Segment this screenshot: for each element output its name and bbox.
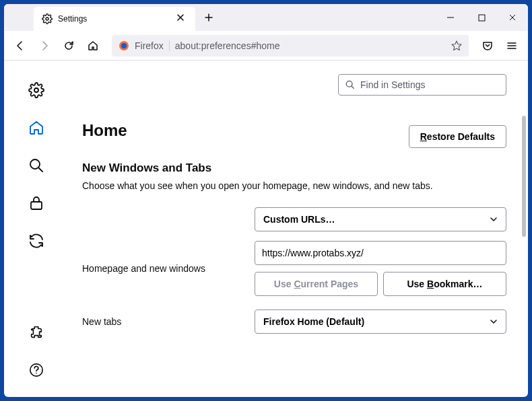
toolbar: Firefox about:preferences#home bbox=[4, 31, 528, 61]
sidebar-home[interactable] bbox=[23, 114, 50, 141]
back-button[interactable] bbox=[9, 35, 31, 57]
firefox-icon bbox=[119, 40, 129, 51]
homepage-select-row: Custom URLs… bbox=[82, 207, 506, 231]
select-value: Firefox Home (Default) bbox=[263, 316, 364, 327]
svg-point-0 bbox=[46, 17, 48, 20]
content-area: Find in Settings Home Restore Defaults N… bbox=[4, 61, 528, 397]
gear-icon bbox=[42, 13, 53, 24]
svg-rect-6 bbox=[31, 202, 42, 209]
sidebar-privacy[interactable] bbox=[23, 190, 50, 217]
svg-point-4 bbox=[34, 88, 38, 92]
section-description: Choose what you see when you open your h… bbox=[82, 180, 506, 191]
svg-rect-1 bbox=[479, 15, 485, 21]
chevron-down-icon bbox=[490, 318, 498, 326]
minimize-button[interactable] bbox=[435, 4, 466, 31]
search-placeholder: Find in Settings bbox=[360, 79, 426, 90]
settings-main: Find in Settings Home Restore Defaults N… bbox=[69, 61, 528, 397]
sidebar-general[interactable] bbox=[23, 77, 50, 104]
sidebar-help[interactable] bbox=[23, 357, 50, 384]
newtabs-label: New tabs bbox=[82, 316, 255, 327]
select-value: Custom URLs… bbox=[263, 214, 335, 225]
scrollbar-thumb[interactable] bbox=[522, 116, 526, 237]
urlbar-brand: Firefox bbox=[135, 40, 164, 51]
newtabs-select[interactable]: Firefox Home (Default) bbox=[255, 309, 506, 334]
svg-point-3 bbox=[121, 43, 127, 48]
bookmark-star-icon[interactable] bbox=[451, 40, 462, 51]
settings-sidebar bbox=[4, 61, 69, 397]
new-tab-button[interactable] bbox=[199, 8, 218, 27]
section-title: New Windows and Tabs bbox=[82, 161, 506, 175]
newtabs-row: New tabs Firefox Home (Default) bbox=[82, 309, 506, 334]
browser-window: Settings Firefox about:preferences#home bbox=[4, 4, 528, 397]
sidebar-sync[interactable] bbox=[23, 227, 50, 254]
sidebar-extensions[interactable] bbox=[23, 319, 50, 346]
use-current-pages-button[interactable]: Use Current Pages bbox=[255, 272, 378, 296]
search-icon bbox=[345, 80, 355, 89]
window-controls bbox=[435, 4, 528, 31]
use-bookmark-button[interactable]: Use Bookmark… bbox=[383, 272, 506, 296]
sidebar-search[interactable] bbox=[23, 152, 50, 179]
close-icon[interactable] bbox=[176, 13, 187, 24]
url-bar[interactable]: Firefox about:preferences#home bbox=[112, 35, 469, 57]
homepage-url-input[interactable] bbox=[255, 241, 506, 265]
home-button[interactable] bbox=[82, 35, 104, 57]
maximize-button[interactable] bbox=[466, 4, 497, 31]
forward-button[interactable] bbox=[34, 35, 55, 57]
chevron-down-icon bbox=[490, 215, 498, 223]
tab-title: Settings bbox=[58, 14, 176, 24]
menu-button[interactable] bbox=[501, 35, 523, 57]
settings-search[interactable]: Find in Settings bbox=[338, 74, 506, 96]
close-window-button[interactable] bbox=[497, 4, 528, 31]
urlbar-separator bbox=[169, 40, 170, 51]
pocket-button[interactable] bbox=[477, 35, 498, 57]
homepage-label: Homepage and new windows bbox=[82, 263, 255, 274]
browser-tab[interactable]: Settings bbox=[34, 7, 195, 31]
titlebar: Settings bbox=[4, 4, 528, 31]
restore-defaults-button[interactable]: Restore Defaults bbox=[409, 125, 506, 148]
reload-button[interactable] bbox=[58, 35, 79, 57]
urlbar-text: about:preferences#home bbox=[175, 40, 451, 51]
homepage-mode-select[interactable]: Custom URLs… bbox=[255, 207, 506, 231]
homepage-url-row: Homepage and new windows Use Current Pag… bbox=[82, 241, 506, 296]
